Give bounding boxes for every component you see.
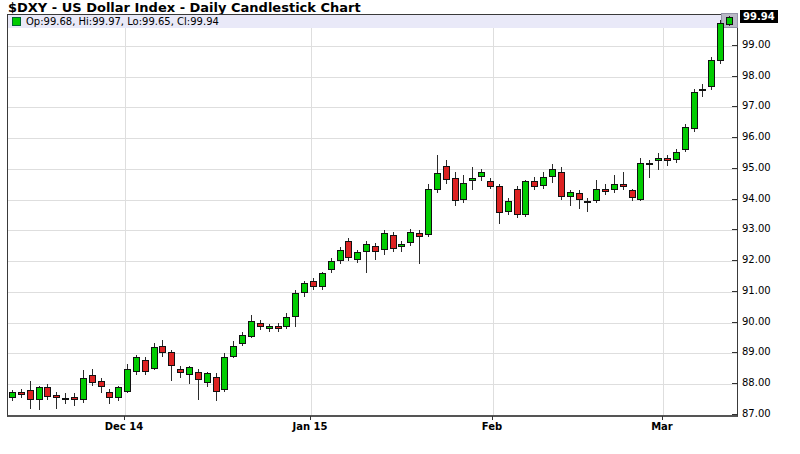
- h-gridline: [8, 323, 737, 324]
- y-axis-label: 89.00: [742, 346, 771, 358]
- candle-down: [629, 190, 636, 198]
- ohlc-legend-band: Op:99.68, Hi:99.97, Lo:99.65, Cl:99.94: [8, 15, 737, 28]
- y-axis-tick: [732, 383, 738, 384]
- candle-up: [248, 321, 255, 336]
- candle-up: [398, 244, 405, 247]
- candle-up: [186, 367, 193, 375]
- candle-up: [381, 233, 388, 250]
- h-gridline: [8, 138, 737, 139]
- candle-down: [257, 323, 264, 328]
- candle-up: [239, 335, 246, 344]
- candle-up: [292, 293, 299, 316]
- h-gridline: [8, 230, 737, 231]
- candle-up: [655, 158, 662, 161]
- candle-down: [27, 390, 34, 399]
- y-axis-tick: [732, 291, 738, 292]
- candle-down: [177, 369, 184, 374]
- candle-up: [407, 232, 414, 243]
- current-price-tag: 99.94: [740, 10, 778, 23]
- candle-down: [372, 246, 379, 252]
- candle-up: [354, 252, 361, 260]
- candle-down: [390, 235, 397, 249]
- candle-up: [505, 201, 512, 212]
- candle-down: [664, 158, 671, 161]
- h-gridline: [8, 169, 737, 170]
- candle-up: [151, 347, 158, 369]
- x-axis-tick: [124, 416, 125, 420]
- candle-down: [531, 181, 538, 187]
- x-axis-label: Mar: [632, 421, 692, 432]
- h-gridline: [8, 353, 737, 354]
- y-axis-tick: [732, 106, 738, 107]
- candle-up: [699, 89, 706, 91]
- chart-title: $DXY - US Dollar Index - Daily Candlesti…: [8, 0, 361, 15]
- candle-up: [363, 244, 370, 252]
- candle-up: [9, 392, 16, 398]
- candle-down: [53, 395, 60, 398]
- candle-up: [319, 273, 326, 287]
- candle-up: [36, 387, 43, 399]
- candle-down: [159, 346, 166, 354]
- candle-down: [44, 387, 51, 396]
- y-axis-label: 94.00: [742, 193, 771, 205]
- candle-down: [195, 372, 202, 380]
- candle-up: [337, 250, 344, 261]
- candle-down: [275, 326, 282, 329]
- h-gridline: [8, 200, 737, 201]
- y-axis-tick: [732, 260, 738, 261]
- v-gridline: [311, 27, 312, 415]
- candle-down: [98, 381, 105, 387]
- candle-up: [522, 181, 529, 215]
- h-gridline: [8, 292, 737, 293]
- candle-down: [514, 189, 521, 215]
- y-axis-tick: [732, 322, 738, 323]
- y-axis-label: 87.00: [742, 408, 771, 420]
- candle-up: [646, 163, 653, 165]
- candle-up: [221, 357, 228, 391]
- y-axis-tick: [732, 45, 738, 46]
- candle-up: [469, 178, 476, 181]
- candle-down: [168, 352, 175, 366]
- candle-down: [496, 186, 503, 214]
- candle-up: [434, 173, 441, 190]
- candle-down: [576, 193, 583, 199]
- h-gridline: [8, 46, 737, 47]
- candle-up: [115, 387, 122, 398]
- candle-up: [584, 201, 591, 203]
- candle-up: [540, 177, 547, 186]
- candle-up: [726, 17, 733, 25]
- candle-down: [602, 189, 609, 192]
- candle-up: [717, 23, 724, 61]
- candle-up: [673, 152, 680, 160]
- v-gridline: [493, 27, 494, 415]
- y-axis-tick: [732, 352, 738, 353]
- candle-up: [301, 283, 308, 294]
- candle-up: [460, 183, 467, 200]
- y-axis-label: 93.00: [742, 223, 771, 235]
- v-gridline: [663, 27, 664, 415]
- y-axis-label: 95.00: [742, 162, 771, 174]
- candle-up: [230, 346, 237, 357]
- h-gridline: [8, 77, 737, 78]
- v-gridline: [125, 27, 126, 415]
- y-axis-tick: [732, 229, 738, 230]
- candle-up: [478, 172, 485, 177]
- y-axis-label: 88.00: [742, 377, 771, 389]
- x-axis-label: Jan 15: [280, 421, 340, 432]
- h-gridline: [8, 107, 737, 108]
- candle-up: [611, 184, 618, 190]
- y-axis-tick: [732, 168, 738, 169]
- y-axis-tick: [732, 414, 738, 415]
- candle-wick: [587, 198, 588, 212]
- candle-up: [567, 192, 574, 197]
- candle-down: [487, 181, 494, 187]
- candle-up: [124, 369, 131, 392]
- legend-candle-swatch-icon: [12, 17, 21, 26]
- candle-down: [558, 172, 565, 197]
- candle-up: [204, 373, 211, 382]
- candle-down: [345, 241, 352, 258]
- candle-down: [62, 398, 69, 400]
- y-axis-label: 91.00: [742, 285, 771, 297]
- chart-plot-area[interactable]: Op:99.68, Hi:99.97, Lo:99.65, Cl:99.94: [7, 14, 738, 417]
- candle-down: [620, 184, 627, 187]
